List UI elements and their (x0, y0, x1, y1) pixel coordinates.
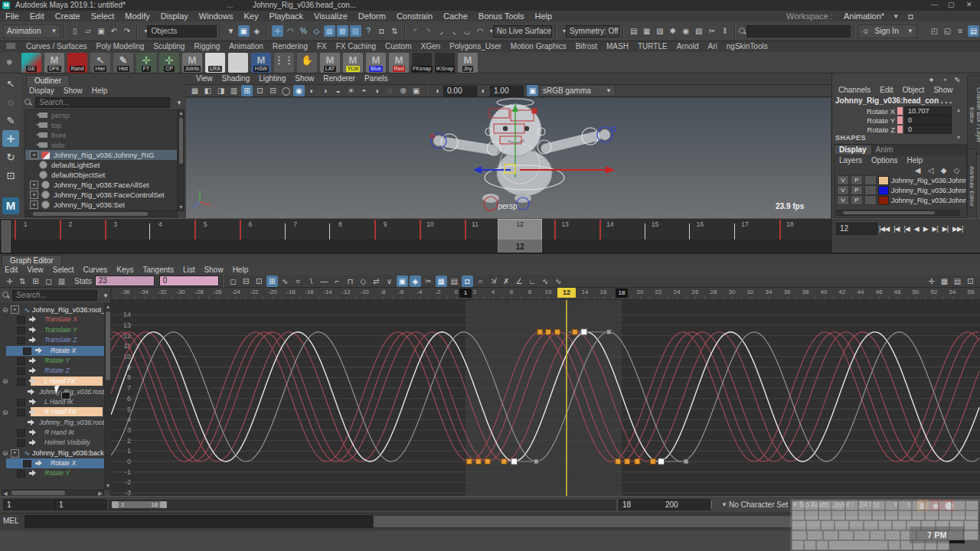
keyframe-white[interactable] (511, 458, 518, 465)
shelf-tab-rigging[interactable]: Rigging (189, 42, 224, 51)
select-tool[interactable]: ↖ (2, 75, 19, 92)
shelf-tab-mash[interactable]: MASH (602, 42, 633, 51)
value-snap-icon[interactable]: ▤ (449, 276, 460, 287)
keyframe-orange[interactable] (650, 459, 655, 465)
graph-channel-translate-y[interactable]: Translate Y (0, 325, 104, 335)
layer-visibility-toggle[interactable]: V (837, 185, 849, 195)
shelf-item-jny[interactable]: MJny (458, 53, 478, 73)
channel-state-chip[interactable] (897, 126, 903, 133)
keyframe-orange[interactable] (635, 459, 640, 465)
gate-mask-icon[interactable]: ▥ (228, 85, 240, 96)
lasso-select-tool[interactable]: ◌ (2, 93, 19, 110)
film-gate-icon[interactable]: ◧ (202, 85, 214, 96)
snap-to-curves-icon[interactable]: ◠ (285, 25, 296, 37)
close-button[interactable]: ✕ (966, 1, 972, 8)
shelf-tab-bifrost[interactable]: Bifrost (571, 42, 602, 51)
graph-menu-select[interactable]: Select (48, 266, 79, 275)
modeling-toolkit-toggle-icon[interactable]: ◰ (929, 25, 940, 37)
global-search-input[interactable] (746, 25, 851, 37)
keyframe-orange[interactable] (572, 329, 577, 334)
shelf-tab-motion-graphics[interactable]: Motion Graphics (506, 42, 571, 51)
retime-keys-icon[interactable]: ▥ (56, 276, 67, 287)
ipr-render-icon[interactable]: ▨ (654, 25, 665, 37)
shelf-tab-custom[interactable]: Custom (381, 42, 416, 51)
mute-box[interactable] (17, 378, 25, 386)
menu-deform[interactable]: Deform (353, 11, 391, 21)
graph-channel-johnny-rig-v036-root-[interactable]: Johnny_Rig_v036:root_ (0, 417, 104, 427)
keyframe-gray[interactable] (606, 330, 611, 334)
render-view-icon[interactable]: ▤ (628, 25, 639, 37)
command-language-label[interactable]: MEL (3, 517, 19, 525)
outliner-item-johnny-rig-v036-facecontrolset[interactable]: +Johnny_Rig_v036:FaceControlSet (25, 190, 177, 200)
current-frame-marker[interactable]: 12 (557, 288, 576, 298)
range-flag-1[interactable]: 1 (459, 289, 472, 298)
outliner-item-side[interactable]: side (25, 140, 177, 150)
shelf-tab-fx-caching[interactable]: FX Caching (332, 42, 381, 51)
lock-selection-icon[interactable]: ◘ (376, 25, 387, 37)
move-tool[interactable]: ✛ (2, 130, 19, 147)
snap-arc-1-icon[interactable]: ◜ (410, 25, 421, 37)
layer-color-swatch[interactable] (878, 196, 889, 205)
expander-icon[interactable]: + (30, 181, 38, 189)
workspace-selector[interactable]: Workspace : Animation* ▼ ◘ (781, 11, 917, 21)
minimize-button[interactable]: — (931, 1, 938, 8)
swap-buffer-curve-icon[interactable]: ⇄ (371, 276, 382, 287)
shelf-item-red[interactable]: MRed (389, 53, 409, 73)
mute-box[interactable] (23, 347, 31, 355)
go-to-end-button[interactable]: ▶▶| (950, 225, 965, 233)
menu-help[interactable]: Help (530, 11, 558, 21)
menu-create[interactable]: Create (50, 11, 86, 21)
menu-bonus-tools[interactable]: Bonus Tools (473, 11, 530, 21)
graph-menu-tangents[interactable]: Tangents (138, 266, 178, 275)
graph-channel-johnny-rig-v036-root-con[interactable]: ⊖+∿Johnny_Rig_v036:root_con (0, 305, 104, 315)
animation-start-field[interactable]: 1 (3, 499, 55, 510)
graph-menu-help[interactable]: Help (228, 266, 253, 275)
graph-channel-l-hand-fk[interactable]: ⊖L Hand FK (0, 377, 104, 386)
mute-box[interactable] (17, 327, 25, 334)
graph-channel-rotate-y[interactable]: Rotate Y (0, 356, 104, 366)
shelf-tab-poly-modeling[interactable]: Poly Modeling (91, 42, 149, 51)
stacked-view-icon[interactable]: ⊟ (240, 276, 252, 287)
character-controls-toggle-icon[interactable]: ◱ (942, 25, 953, 37)
playback-start-field[interactable]: 1 (55, 499, 107, 510)
menu-cache[interactable]: Cache (438, 11, 473, 21)
snap-arc-2-icon[interactable]: ◝ (423, 25, 434, 37)
go-to-start-button[interactable]: |◀◀ (877, 225, 891, 233)
shelf-item-blue[interactable]: MBlue (366, 53, 386, 73)
shelf-item-iksnap[interactable]: IKSnap (435, 53, 455, 73)
shadows-icon[interactable]: ◒ (332, 85, 344, 96)
channel-box-menu-object[interactable]: Object (898, 86, 929, 95)
step-back-key-button[interactable]: |◀ (891, 225, 901, 233)
viewport-menu-show[interactable]: Show (290, 74, 318, 83)
shelf-tab-polygons-user[interactable]: Polygons_User (445, 42, 506, 51)
attribute-editor-toggle-icon[interactable]: ▤ (968, 25, 979, 37)
pre-infinity-icon[interactable]: ∨ (384, 276, 395, 287)
linear-tangents-icon[interactable]: \ (305, 276, 317, 287)
graph-search-input[interactable]: Search... (12, 290, 97, 301)
timeline-left-widget[interactable] (2, 220, 11, 253)
textured-icon[interactable]: ◐ (306, 85, 318, 96)
mute-box[interactable] (17, 399, 25, 406)
dope-sheet-icon[interactable]: ▤ (952, 276, 963, 287)
mute-box[interactable] (17, 409, 25, 416)
wireframe-icon[interactable]: ◯ (280, 85, 292, 96)
select-by-component-icon[interactable]: ◈ (251, 25, 263, 37)
shelf-item-ft[interactable]: ⊹FT (136, 53, 156, 73)
expander-icon[interactable]: + (11, 305, 19, 314)
snap-arc-5-icon[interactable]: ◡ (462, 25, 473, 37)
menu-select[interactable]: Select (86, 11, 120, 21)
range-slider-groove[interactable]: 1 18 (109, 500, 616, 510)
paint-select-tool[interactable]: ✎ (2, 112, 19, 129)
menu-windows[interactable]: Windows (194, 11, 239, 21)
outliner-item-johnny-rig-v036-faceallset[interactable]: +Johnny_Rig_v036:FaceAllSet (25, 180, 177, 190)
screen-ao-icon[interactable]: ☀ (345, 85, 357, 96)
channel-state-chip[interactable] (897, 116, 903, 124)
keyframe-gray[interactable] (684, 459, 688, 464)
pause-viewport-icon[interactable]: ‖ (719, 25, 730, 37)
mute-box[interactable] (17, 429, 25, 437)
maximize-button[interactable]: ▢ (948, 1, 955, 8)
workspace-caret-icon[interactable]: ▼ (893, 13, 899, 20)
range-handle-left[interactable] (112, 501, 119, 508)
keyframe-gray[interactable] (534, 459, 538, 464)
color-management-icon[interactable]: ▣ (527, 85, 538, 96)
